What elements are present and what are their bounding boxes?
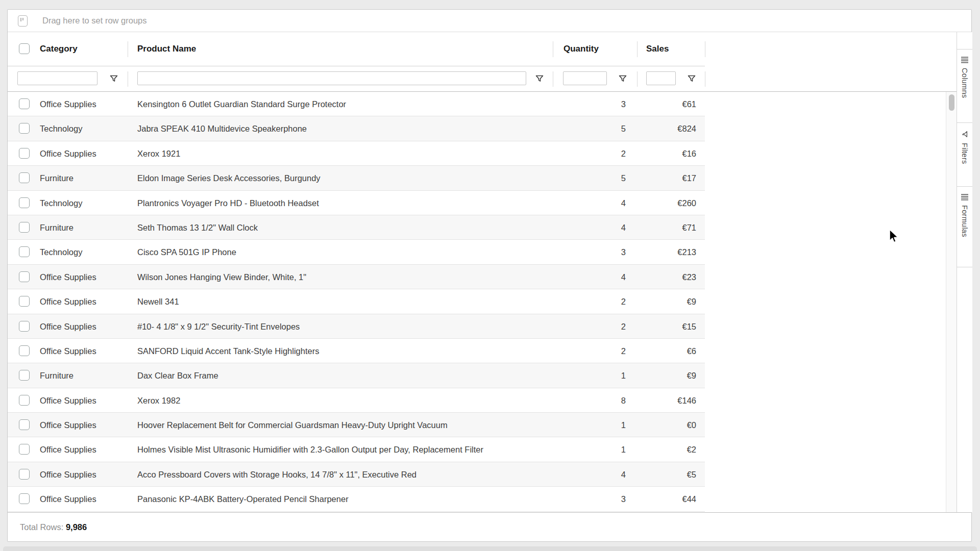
table-row[interactable]: Office SuppliesXerox 19212€16 [8,141,946,166]
cell-sales: €260 [637,191,696,215]
row-checkbox[interactable] [19,172,30,183]
table-row[interactable]: Office SuppliesWilson Jones Hanging View… [8,265,946,289]
row-groups-dropzone[interactable]: Drag here to set row groups [8,10,971,32]
column-separator [637,71,638,87]
table-row[interactable]: TechnologyJabra SPEAK 410 Multidevice Sp… [8,116,946,141]
table-row[interactable]: Office SuppliesXerox 19828€146 [8,388,946,413]
row-checkbox[interactable] [19,271,30,282]
cell-category: Office Supplies [40,487,96,511]
table-row[interactable]: TechnologyCisco SPA 501G IP Phone3€213 [8,240,946,264]
row-checkbox[interactable] [19,370,30,381]
cell-quantity: 4 [553,215,626,240]
row-checkbox[interactable] [19,321,30,332]
cell-category: Office Supplies [40,141,96,166]
total-rows: Total Rows: 9,986 [20,513,87,541]
cell-product-name: Kensington 6 Outlet Guardian Standard Su… [137,92,346,116]
cell-sales: €213 [637,240,696,264]
vertical-scrollbar[interactable] [946,92,957,512]
cell-product-name: Holmes Visible Mist Ultrasonic Humidifie… [137,437,483,462]
scrollbar-thumb[interactable] [949,94,954,111]
row-checkbox[interactable] [19,296,30,307]
category-filter-input[interactable] [17,71,97,85]
table-row[interactable]: FurnitureEldon Image Series Desk Accesso… [8,166,946,190]
cell-category: Office Supplies [40,339,96,363]
sales-filter-funnel-icon[interactable] [687,73,697,84]
row-checkbox[interactable] [19,345,30,356]
table-row[interactable]: Office SuppliesHolmes Visible Mist Ultra… [8,437,946,462]
formulas-icon [961,194,968,201]
cell-product-name: Xerox 1921 [137,141,180,166]
cell-quantity: 1 [553,437,626,462]
tab-columns[interactable]: Columns [957,49,972,123]
table-row[interactable]: Office SuppliesNewell 3412€9 [8,289,946,314]
cell-sales: €0 [637,413,696,437]
cell-sales: €44 [637,487,696,511]
select-all-checkbox[interactable] [19,43,30,54]
column-separator [637,41,638,57]
table-row[interactable]: FurnitureSeth Thomas 13 1/2" Wall Clock4… [8,215,946,240]
row-checkbox[interactable] [19,148,30,159]
cell-sales: €23 [637,265,696,289]
column-separator [553,41,553,57]
column-header-product-name[interactable]: Product Name [137,32,196,66]
table-row[interactable]: Office SuppliesAcco Pressboard Covers wi… [8,462,946,487]
row-checkbox[interactable] [19,469,30,480]
cell-quantity: 8 [553,388,626,413]
cell-category: Technology [40,191,82,215]
cell-sales: €15 [637,314,696,339]
tab-filters[interactable]: Filters [957,123,972,187]
quantity-filter-funnel-icon[interactable] [618,73,628,84]
cell-quantity: 1 [553,413,626,437]
row-checkbox[interactable] [19,98,30,109]
cell-product-name: SANFORD Liquid Accent Tank-Style Highlig… [137,339,319,363]
row-checkbox[interactable] [19,123,30,134]
column-header-sales[interactable]: Sales [646,32,669,66]
cell-category: Office Supplies [40,92,96,116]
category-filter-funnel-icon[interactable] [109,73,119,84]
tab-filters-label: Filters [961,143,969,171]
cell-quantity: 2 [553,289,626,314]
table-row[interactable]: TechnologyPlantronics Voyager Pro HD - B… [8,191,946,215]
table-row[interactable]: Office SuppliesKensington 6 Outlet Guard… [8,92,946,116]
cell-product-name: Seth Thomas 13 1/2" Wall Clock [137,215,258,240]
cell-quantity: 4 [553,462,626,487]
cell-sales: €9 [637,363,696,388]
cell-category: Office Supplies [40,289,96,314]
table-row[interactable]: FurnitureDax Clear Box Frame1€9 [8,363,946,388]
tab-formulas[interactable]: Formulas [957,187,972,267]
total-rows-value: 9,986 [66,522,87,532]
column-separator [705,71,705,87]
status-bar: Total Rows: 9,986 [8,512,971,542]
cell-category: Office Supplies [40,388,96,413]
sales-filter-input[interactable] [646,71,676,85]
cell-product-name: Plantronics Voyager Pro HD - Bluetooth H… [137,191,319,215]
cell-sales: €71 [637,215,696,240]
table-row[interactable]: Office SuppliesHoover Replacement Belt f… [8,413,946,437]
row-checkbox[interactable] [19,222,30,233]
quantity-filter-input[interactable] [563,71,607,85]
column-header-quantity[interactable]: Quantity [564,32,599,66]
row-checkbox[interactable] [19,419,30,430]
cell-sales: €9 [637,289,696,314]
product-name-filter-input[interactable] [137,71,526,85]
cell-quantity: 1 [553,363,626,388]
row-checkbox[interactable] [19,246,30,257]
cell-category: Office Supplies [40,462,96,487]
column-header-row: Category Product Name Quantity Sales [8,32,971,66]
table-row[interactable]: Office SuppliesPanasonic KP-4ABK Battery… [8,487,946,511]
cell-product-name: Jabra SPEAK 410 Multidevice Speakerphone [137,116,307,141]
cell-quantity: 2 [553,314,626,339]
row-checkbox[interactable] [19,444,30,455]
table-row[interactable]: Office SuppliesSANFORD Liquid Accent Tan… [8,339,946,363]
table-row[interactable]: Office Supplies#10- 4 1/8" x 9 1/2" Secu… [8,314,946,339]
cell-sales: €5 [637,462,696,487]
column-header-category[interactable]: Category [40,32,78,66]
row-checkbox[interactable] [19,197,30,208]
cell-product-name: #10- 4 1/8" x 9 1/2" Security-Tint Envel… [137,314,300,339]
columns-icon [961,57,968,63]
cell-sales: €61 [637,92,696,116]
product-name-filter-funnel-icon[interactable] [534,73,545,84]
row-checkbox[interactable] [19,395,30,406]
cell-quantity: 5 [553,116,626,141]
row-checkbox[interactable] [19,493,30,504]
